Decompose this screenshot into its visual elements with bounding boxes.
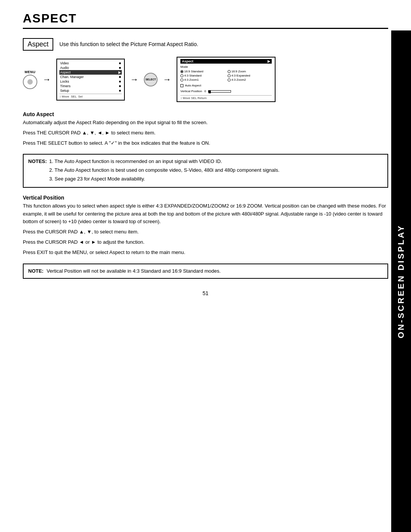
vertical-position-row: Vertical Position 0 (180, 89, 272, 93)
note-item-1: 1. The Auto Aspect function is recommend… (49, 158, 279, 166)
aspect-screen-title: Aspect ▶ (180, 59, 272, 64)
page-title: ASPECT (23, 11, 77, 25)
slider-indicator (209, 90, 211, 93)
notes-list: 1. The Auto Aspect function is recommend… (49, 158, 279, 184)
auto-aspect-row: Auto Aspect (180, 84, 272, 87)
radio-43-standard (180, 74, 183, 77)
sidebar-vertical: ON-SCREEN DISPLAY (391, 30, 411, 532)
radio-169-standard (180, 70, 183, 73)
aspect-description: Use this function to select the Picture … (59, 38, 198, 48)
mode-43-standard: 4:3 Standard (180, 74, 225, 77)
auto-aspect-title: Auto Aspect (23, 111, 388, 117)
mode-label: Mode (180, 65, 272, 69)
slider-bar (208, 90, 231, 93)
auto-aspect-section: Auto Aspect Automatically adjust the Asp… (23, 111, 388, 147)
menu-item-timers: Timers■ (59, 84, 122, 88)
cursor-pad-line2: Press THE SELECT button to select. A "✓"… (23, 139, 388, 147)
vp-cursor-line1: Press the CURSOR PAD ▲, ▼, to select men… (23, 228, 388, 236)
auto-aspect-description: Automatically adjust the Aspect Ratio de… (23, 119, 388, 127)
aspect-screen-footer: ↕ Move SEL Return (180, 95, 272, 100)
radio-169-zoom (228, 70, 231, 73)
mode-43-zoom1: 4:3 Zoom1 (180, 78, 225, 81)
aspect-screen-arrow: ▶ (268, 59, 270, 63)
menu-item-video: Video■ (59, 61, 122, 66)
vertical-position-description: This function allows you to select when … (23, 202, 388, 226)
note-text: Vertical Position will not be available … (46, 267, 220, 275)
radio-43-zoom2 (228, 78, 231, 81)
menu-item-locks: Locks■ (59, 79, 122, 84)
radio-43-expanded (228, 74, 231, 77)
note-box: NOTE: Vertical Position will not be avai… (23, 264, 388, 279)
aspect-label: Aspect (23, 38, 53, 51)
vp-cursor-line2: Press the CURSOR PAD ◄ or ► to adjust th… (23, 238, 388, 246)
notes-box: NOTES: 1. The Auto Aspect function is re… (23, 154, 388, 187)
vp-cursor-line3: Press EXIT to quit the MENU, or select A… (23, 249, 388, 257)
menu-item-aspect: Aspect▶ (59, 70, 122, 75)
select-button: SELECT (144, 73, 158, 86)
note-item-3: 3. See page 23 for Aspect Mode availabil… (49, 175, 279, 183)
auto-aspect-checkbox (180, 84, 183, 87)
arrow-icon-1: → (43, 75, 51, 85)
tv-aspect-screen: Aspect ▶ Mode 16:9 Standard 16:9 Zoom 4:… (177, 57, 276, 102)
menu-item-audio: Audio■ (59, 66, 122, 70)
vertical-position-label: Vertical Position (180, 89, 202, 93)
menu-item-setup: Setup■ (59, 88, 122, 93)
diagram-area: MENU → Video■ Audio■ Aspect▶ Chan. Manag… (23, 57, 388, 102)
menu-remote: MENU (23, 70, 37, 89)
menu-item-chan: Chan. Manager■ (59, 75, 122, 79)
mode-169-standard: 16:9 Standard (180, 70, 225, 73)
arrow-icon-3: → (163, 75, 171, 85)
menu-label: MENU (25, 70, 36, 74)
aspect-screen-title-text: Aspect (182, 59, 193, 63)
aspect-modes-grid: 16:9 Standard 16:9 Zoom 4:3 Standard 4:3… (180, 70, 272, 81)
dpad-icon (23, 75, 37, 89)
radio-43-zoom1 (180, 78, 183, 81)
tv-menu-screen: Video■ Audio■ Aspect▶ Chan. Manager■ Loc… (56, 59, 125, 101)
cursor-pad-line1: Press THE CURSOR PAD ▲, ▼, ◄, ► to selec… (23, 129, 388, 137)
vertical-position-title: Vertical Position (23, 195, 388, 201)
note-item-2: 2. The Auto Aspect function is best used… (49, 166, 279, 174)
mode-43-zoom2: 4:3 Zoom2 (228, 78, 272, 81)
sidebar-text: ON-SCREEN DISPLAY (396, 224, 406, 338)
vertical-position-section: Vertical Position This function allows y… (23, 195, 388, 257)
mode-169-zoom: 16:9 Zoom (228, 70, 272, 73)
page-number: 51 (23, 290, 388, 296)
vertical-position-value: 0 (204, 89, 206, 93)
mode-43-expanded: 4:3 Expanded (228, 74, 272, 77)
notes-label: NOTES: (28, 158, 47, 184)
arrow-icon-2: → (130, 75, 139, 85)
menu-footer: ↕ Move SEL Sel (59, 94, 122, 98)
auto-aspect-label: Auto Aspect (185, 84, 201, 87)
note-label: NOTE: (28, 267, 43, 275)
